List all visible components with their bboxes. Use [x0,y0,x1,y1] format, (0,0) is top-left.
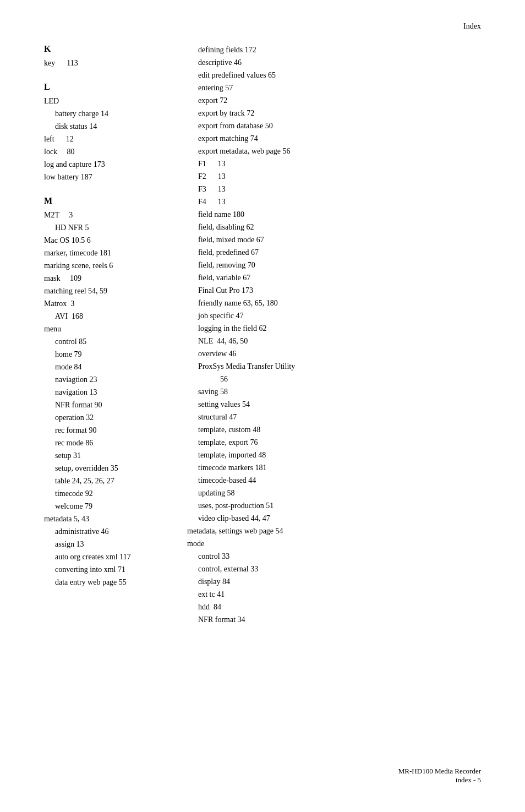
list-item: rec format 90 [44,424,154,436]
letter-k: K [44,44,154,54]
left-column: K key 113 L LED battery charge 14 disk s… [44,44,154,626]
letter-l: L [44,82,154,92]
list-item: mode [187,538,481,549]
list-item: uses, post-production 51 [187,500,481,511]
list-item: low battery 187 [44,171,154,183]
list-item: administrative 46 [44,526,154,537]
list-item: navigation 13 [44,386,154,398]
list-item: template, imported 48 [187,449,481,461]
list-item: template, export 76 [187,437,481,448]
list-item: timecode 92 [44,488,154,499]
list-item: AVI 168 [44,310,154,322]
list-item: battery charge 14 [44,108,154,119]
list-item: display 84 [187,576,481,587]
list-item: table 24, 25, 26, 27 [44,475,154,487]
list-item: field, disabling 62 [187,221,481,233]
list-item: edit predefined values 65 [187,69,481,81]
page-header: Index [463,22,481,31]
footer-product: MR-HD100 Media Recorder [398,767,481,776]
list-item: marking scene, reels 6 [44,260,154,271]
list-item: control 33 [187,551,481,562]
list-item: left 12 [44,133,154,145]
list-item: assign 13 [44,538,154,550]
list-item: control, external 33 [187,563,481,575]
footer-page-number: index - 5 [398,776,481,784]
list-item: welcome 79 [44,500,154,512]
list-item: friendly name 63, 65, 180 [187,297,481,309]
list-item: naviagtion 23 [44,374,154,385]
list-item: converting into xml 71 [44,564,154,575]
list-item: auto org creates xml 117 [44,551,154,563]
list-item: F1 13 [187,158,481,170]
list-item: disk status 14 [44,121,154,132]
content-area: K key 113 L LED battery charge 14 disk s… [44,44,481,626]
list-item: metadata 5, 43 [44,513,154,525]
list-item: descriptive 46 [187,57,481,68]
list-item: overview 46 [187,348,481,359]
list-item: marker, timecode 181 [44,247,154,259]
list-item: export from database 50 [187,120,481,132]
list-item: NFR format 90 [44,399,154,411]
list-item: rec mode 86 [44,437,154,449]
list-item: field, variable 67 [187,272,481,284]
list-item: LED [44,95,154,107]
list-item: field name 180 [187,209,481,220]
list-item: data entry web page 55 [44,576,154,588]
list-item: export matching 74 [187,133,481,144]
list-item: metadata, settings web page 54 [187,525,481,537]
list-item: Mac OS 10.5 6 [44,235,154,246]
header-title: Index [463,22,481,30]
list-item: setting values 54 [187,399,481,410]
list-item: template, custom 48 [187,424,481,435]
list-item: lock 80 [44,146,154,157]
list-item: video clip-based 44, 47 [187,513,481,524]
list-item: control 85 [44,336,154,347]
list-item: operation 32 [44,412,154,423]
list-item: updating 58 [187,487,481,499]
page-container: Index K key 113 L LED battery charge 14 [0,0,525,812]
list-item: timecode markers 181 [187,462,481,473]
list-item: menu [44,323,154,335]
list-item: F4 13 [187,196,481,208]
list-item: F3 13 [187,183,481,195]
right-column: defining fields 172 descriptive 46 edit … [187,44,481,626]
list-item: defining fields 172 [187,44,481,56]
list-item: field, mixed mode 67 [187,234,481,246]
list-item: timecode-based 44 [187,475,481,486]
list-item: saving 58 [187,386,481,397]
list-item: Matrox 3 [44,298,154,309]
list-item: setup, overridden 35 [44,462,154,474]
page-footer: MR-HD100 Media Recorder index - 5 [398,767,481,784]
list-item: key 113 [44,57,154,69]
list-item: matching reel 54, 59 [44,285,154,297]
list-item: HD NFR 5 [44,222,154,233]
list-item: Final Cut Pro 173 [187,285,481,296]
list-item: field, predefined 67 [187,247,481,258]
list-item: hdd 84 [187,601,481,613]
list-item: log and capture 173 [44,159,154,170]
list-item: ext tc 41 [187,588,481,600]
section-m: M M2T 3 HD NFR 5 Mac OS 10.5 6 marker, t… [44,196,154,588]
list-item: M2T 3 [44,209,154,221]
list-item: setup 31 [44,450,154,461]
section-k: K key 113 [44,44,154,69]
list-item: NFR format 34 [187,614,481,625]
list-item: structural 47 [187,411,481,423]
section-l: L LED battery charge 14 disk status 14 l… [44,82,154,183]
list-item: home 79 [44,348,154,360]
list-item: mode 84 [44,361,154,373]
list-item: export metadata, web page 56 [187,145,481,157]
list-item: job specific 47 [187,310,481,321]
list-item: logging in the field 62 [187,323,481,334]
list-item: F2 13 [187,171,481,182]
letter-m: M [44,196,154,206]
list-item: ProxSys Media Transfer Utility [187,361,481,372]
list-item: entering 57 [187,82,481,94]
list-item: 56 [187,373,481,385]
list-item: NLE 44, 46, 50 [187,335,481,347]
list-item: export by track 72 [187,107,481,119]
list-item: mask 109 [44,273,154,284]
list-item: field, removing 70 [187,259,481,271]
list-item: export 72 [187,95,481,106]
